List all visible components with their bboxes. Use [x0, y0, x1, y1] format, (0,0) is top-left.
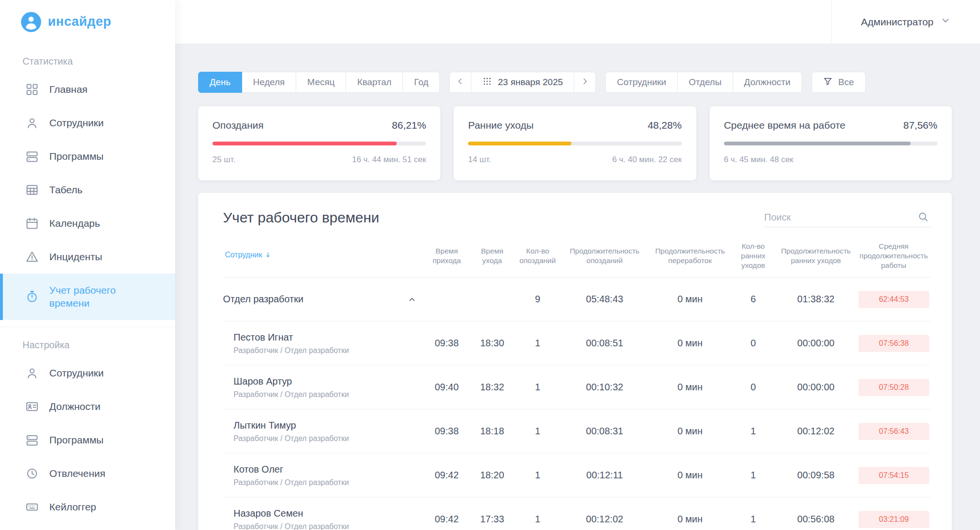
tab-week[interactable]: Неделя — [242, 72, 296, 93]
cell-overtime-duration: 0 мин — [649, 321, 731, 365]
avg-duration-badge: 07:56:38 — [858, 335, 929, 352]
app-root: Администратор инсайдер Статистика Главна… — [0, 0, 980, 530]
cell-overtime-duration: 0 мин — [649, 277, 731, 321]
stopwatch-icon — [25, 290, 39, 303]
column-header-employee[interactable]: Сотрудник — [223, 239, 424, 277]
filter-all-label: Все — [838, 77, 854, 88]
table-row[interactable]: Котов Олег Разработчик / Отдел разработк… — [223, 453, 931, 497]
sidebar-item-home[interactable]: Главная — [0, 73, 175, 106]
sidebar-item-label: Учет рабочего времени — [49, 284, 145, 310]
tab-quarter[interactable]: Квартал — [345, 72, 403, 93]
date-picker-button[interactable]: 23 января 2025 — [471, 72, 574, 93]
table-group-row[interactable]: Отдел разработки 9 05:48:43 0 мин 6 01:3… — [223, 277, 931, 321]
cell-employee: Лыткин Тимур Разработчик / Отдел разрабо… — [223, 409, 424, 453]
sidebar-item-label: Кейлоггер — [49, 500, 96, 513]
time-tracking-card: Учет рабочего времени Сотрудник Время пр… — [198, 193, 952, 530]
employee-subtitle: Разработчик / Отдел разработки — [234, 346, 424, 355]
time-tracking-table: Сотрудник Время прихода Время ухода Кол-… — [223, 239, 931, 530]
sidebar-item-label: Программы — [49, 150, 103, 163]
cell-time-in: 09:40 — [424, 365, 469, 409]
cell-late-count: 1 — [515, 321, 560, 365]
cell-time-in: 09:42 — [424, 453, 469, 497]
table-row[interactable]: Пестов Игнат Разработчик / Отдел разрабо… — [223, 321, 931, 365]
stat-count: 25 шт. — [212, 155, 235, 165]
sidebar-item-label: Табель — [49, 183, 83, 196]
calendar-grid-icon — [482, 77, 492, 88]
sidebar-item-employees-settings[interactable]: Сотрудники — [0, 356, 175, 390]
cell-overtime-duration: 0 мин — [649, 365, 731, 409]
sidebar-item-access[interactable]: Доступ — [0, 524, 175, 530]
progress-fill — [468, 142, 571, 145]
date-navigation: 23 января 2025 — [449, 72, 596, 93]
cell-early-count: 0 — [731, 321, 775, 365]
stat-percent: 86,21% — [392, 120, 426, 131]
column-header-early-duration: Продолжительность ранних уходов — [775, 239, 857, 277]
sidebar-item-label: Отвлечения — [49, 467, 105, 480]
prev-date-button[interactable] — [449, 72, 471, 93]
cell-overtime-duration: 0 мин — [649, 453, 731, 497]
cell-late-duration: 00:12:11 — [560, 453, 649, 497]
sidebar-item-label: Сотрудники — [49, 366, 104, 379]
filter-all-button[interactable]: Все — [812, 72, 866, 93]
tab-month[interactable]: Месяц — [296, 72, 346, 93]
tab-employees[interactable]: Сотрудники — [605, 72, 678, 93]
cell-avg-duration: 07:56:38 — [857, 321, 931, 365]
employee-subtitle: Разработчик / Отдел разработки — [234, 390, 424, 399]
tab-year[interactable]: Год — [402, 72, 440, 93]
sidebar-item-employees[interactable]: Сотрудники — [0, 106, 175, 140]
cell-late-count: 1 — [515, 497, 560, 530]
next-date-button[interactable] — [574, 72, 596, 93]
tab-departments[interactable]: Отделы — [677, 72, 733, 93]
sidebar-item-label: Должности — [49, 400, 100, 413]
sidebar-item-programs-settings[interactable]: Программы — [0, 423, 175, 457]
stat-cards: Опоздания 86,21% 25 шт. 16 ч. 44 мин. 51… — [198, 106, 952, 180]
sidebar-item-calendar[interactable]: Календарь — [0, 207, 175, 240]
chevron-up-icon[interactable] — [407, 294, 417, 305]
search-input[interactable] — [763, 208, 931, 227]
sidebar-item-timesheet[interactable]: Табель — [0, 173, 175, 207]
tab-day[interactable]: День — [198, 72, 242, 93]
cell-time-out: 18:32 — [469, 365, 515, 409]
table-row[interactable]: Назаров Семен Разработчик / Отдел разраб… — [223, 497, 931, 530]
user-menu[interactable]: Администратор — [831, 0, 980, 44]
progress-track — [468, 142, 681, 145]
column-header-time-in: Время прихода — [424, 239, 469, 277]
stat-duration: 6 ч. 40 мин. 22 сек — [612, 155, 682, 165]
sidebar-item-label: Сотрудники — [49, 116, 104, 129]
sidebar: инсайдер Статистика Главная Сотрудники П… — [0, 0, 175, 530]
table-row[interactable]: Шаров Артур Разработчик / Отдел разработ… — [223, 365, 931, 409]
filter-funnel-icon — [823, 77, 833, 88]
table-row[interactable]: Лыткин Тимур Разработчик / Отдел разрабо… — [223, 409, 931, 453]
sidebar-item-keylogger[interactable]: Кейлоггер — [0, 490, 175, 524]
sidebar-item-time-tracking[interactable]: Учет рабочего времени — [0, 274, 175, 320]
topbar: Администратор — [175, 0, 980, 44]
search-icon[interactable] — [917, 211, 929, 222]
sidebar-item-programs[interactable]: Программы — [0, 140, 175, 173]
cell-early-count: 1 — [731, 453, 775, 497]
sidebar-divider — [0, 327, 175, 327]
tab-positions[interactable]: Должности — [733, 72, 802, 93]
cell-employee: Назаров Семен Разработчик / Отдел разраб… — [223, 497, 424, 530]
cell-early-duration: 00:12:02 — [775, 409, 857, 453]
cell-time-in — [424, 277, 469, 321]
dashboard-icon — [25, 83, 39, 96]
calendar-icon — [25, 217, 39, 230]
cell-early-count: 0 — [731, 365, 775, 409]
cell-early-count: 1 — [731, 497, 775, 530]
user-icon — [25, 366, 39, 380]
sidebar-item-distractions[interactable]: Отвлечения — [0, 457, 175, 490]
column-header-late-count: Кол-во опозданий — [515, 239, 560, 277]
sidebar-item-label: Инциденты — [49, 250, 102, 263]
brand-logo[interactable]: инсайдер — [0, 0, 175, 44]
apps-icon — [25, 433, 39, 447]
employee-name: Лыткин Тимур — [234, 420, 424, 431]
cell-time-out: 17:33 — [469, 497, 515, 530]
sidebar-item-label: Календарь — [49, 217, 100, 230]
cell-early-duration: 00:00:00 — [775, 365, 857, 409]
cell-early-count: 1 — [731, 409, 775, 453]
employee-name: Назаров Семен — [234, 508, 424, 519]
sidebar-item-incidents[interactable]: Инциденты — [0, 240, 175, 274]
cell-avg-duration: 07:54:15 — [857, 453, 931, 497]
stat-percent: 48,28% — [647, 120, 681, 131]
sidebar-item-positions[interactable]: Должности — [0, 390, 175, 423]
